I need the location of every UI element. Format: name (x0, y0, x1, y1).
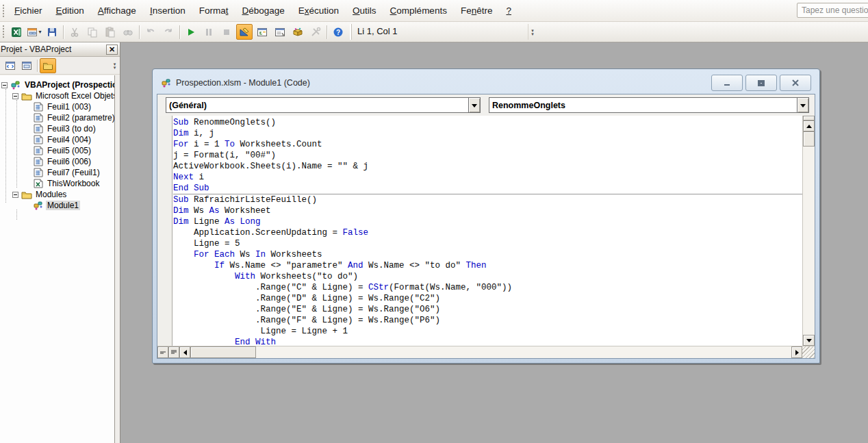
tree-item-feuil1-003[interactable]: Feuil1 (003) (33, 101, 92, 112)
menu-item-format[interactable]: Format (192, 3, 235, 18)
tree-item-module1[interactable]: Module1 (33, 200, 80, 211)
horizontal-scroll-thumb[interactable] (190, 346, 256, 358)
code-line[interactable]: Ligne = Ligne + 1 (173, 326, 802, 337)
code-line[interactable]: Dim Ligne As Long (173, 216, 802, 227)
code-line[interactable]: End With (173, 337, 802, 346)
tree-item-vbaproject-prospection[interactable]: VBAProject (Prospection (1, 79, 115, 90)
save-icon[interactable] (44, 24, 60, 40)
undo-icon[interactable] (142, 24, 159, 40)
tree-item-microsoft-excel-objets[interactable]: Microsoft Excel Objets (12, 90, 115, 101)
toolbar-drag-handle[interactable] (1, 3, 5, 18)
scroll-right-icon[interactable] (791, 346, 802, 358)
view-code-icon[interactable] (2, 58, 18, 73)
vertical-scroll-thumb[interactable] (803, 131, 815, 147)
run-icon[interactable] (183, 24, 199, 40)
tree-item-modules[interactable]: Modules (12, 189, 68, 200)
project-explorer-icon[interactable] (254, 24, 270, 40)
menu-item-outils[interactable]: Outils (346, 3, 383, 18)
close-icon[interactable]: ✕ (106, 45, 118, 55)
code-line[interactable]: Ligne = 5 (173, 238, 802, 249)
code-line[interactable]: Dim i, j (173, 128, 802, 139)
help-icon[interactable]: ? (330, 24, 346, 40)
project-panel-titlebar[interactable]: Projet - VBAProject ✕ (0, 42, 120, 57)
close-button[interactable] (780, 75, 811, 91)
tree-item-feuil5-005[interactable]: Feuil5 (005) (33, 145, 92, 156)
tree-item-feuil6-006[interactable]: Feuil6 (006) (33, 156, 92, 167)
pause-icon[interactable] (201, 24, 217, 40)
design-mode-icon[interactable] (236, 24, 253, 40)
question-search-input[interactable]: Tapez une question (797, 3, 868, 18)
horizontal-scroll-track[interactable] (256, 346, 791, 358)
panel-toolbar-overflow-button[interactable]: ▾▾ (111, 62, 118, 69)
menu-item-insertion[interactable]: Insertion (143, 3, 192, 18)
code-editor[interactable]: Sub RenommeOnglets()Dim i, jFor i = 1 To… (157, 116, 802, 346)
code-line[interactable]: For Each Ws In Worksheets (173, 249, 802, 260)
tree-item-thisworkbook[interactable]: ThisWorkbook (33, 178, 101, 189)
code-line[interactable]: For i = 1 To Worksheets.Count (173, 139, 802, 150)
menu-item-excution[interactable]: Exécution (292, 3, 346, 18)
insert-userform-icon[interactable]: ▾ (26, 24, 42, 40)
margin-indicator-bar[interactable] (157, 116, 173, 346)
chevron-down-icon[interactable] (797, 98, 808, 112)
menu-item-edition[interactable]: Edition (49, 3, 91, 18)
code-line[interactable]: j = Format(i, "00#") (173, 150, 802, 161)
tree-item-feuil4-004[interactable]: Feuil4 (004) (33, 134, 92, 145)
toolbox-icon[interactable] (307, 24, 324, 40)
code-line[interactable]: Next i (173, 172, 802, 183)
code-line[interactable]: .Range("E" & Ligne) = Ws.Range("O6") (173, 304, 802, 315)
scroll-left-icon[interactable] (179, 346, 190, 358)
code-line[interactable]: .Range("F" & Ligne) = Ws.Range("P6") (173, 315, 802, 326)
procedure-view-button[interactable] (157, 346, 168, 358)
vertical-scrollbar[interactable] (802, 116, 815, 346)
excel-icon[interactable] (8, 24, 25, 40)
collapse-icon[interactable] (1, 82, 8, 88)
toolbar-drag-handle[interactable] (1, 25, 5, 38)
toolbar-overflow-button[interactable]: ▾▾ (528, 24, 537, 40)
code-line[interactable]: Sub RenommeOnglets() (173, 117, 802, 128)
code-line[interactable]: Application.ScreenUpdating = False (173, 227, 802, 238)
object-dropdown[interactable]: (Général) (166, 97, 481, 113)
tree-item-feuil3-to-do[interactable]: Feuil3 (to do) (33, 123, 97, 134)
menu-item-fichier[interactable]: Fichier (8, 3, 49, 18)
code-line[interactable]: Dim Ws As Worksheet (173, 205, 802, 216)
cut-icon[interactable] (66, 24, 83, 40)
code-line[interactable]: ActiveWorkbook.Sheets(i).Name = "" & j (173, 161, 802, 172)
chevron-down-icon[interactable] (468, 98, 480, 112)
collapse-icon[interactable] (12, 93, 18, 99)
vba-editor: { "app": { "title": "Microsoft Visual Ba… (0, 0, 868, 443)
scroll-up-icon[interactable] (803, 121, 815, 131)
code-window-titlebar[interactable]: Prospection.xlsm - Module1 (Code) (157, 73, 815, 92)
menu-item-affichage[interactable]: Affichage (91, 3, 143, 18)
menu-item-complments[interactable]: Compléments (383, 3, 454, 18)
menu-item-dbogage[interactable]: Débogage (235, 3, 291, 18)
restore-button[interactable] (745, 75, 777, 91)
code-line[interactable]: Sub RafraichirListeFeuille() (173, 194, 802, 205)
copy-icon[interactable] (84, 24, 101, 40)
full-module-view-button[interactable] (168, 346, 179, 358)
resize-grip[interactable] (802, 346, 815, 358)
code-line[interactable]: .Range("C" & Ligne) = CStr(Format(Ws.Nam… (173, 282, 802, 293)
code-line[interactable]: End Sub (173, 183, 802, 194)
minimize-button[interactable] (711, 75, 743, 91)
find-icon[interactable] (120, 24, 136, 40)
stop-icon[interactable] (218, 24, 235, 40)
code-line[interactable]: If Ws.Name <> "parametre" And Ws.Name <>… (173, 260, 802, 271)
code-line[interactable]: .Range("D" & Ligne) = Ws.Range("C2") (173, 293, 802, 304)
vertical-scroll-track[interactable] (803, 147, 815, 335)
view-object-icon[interactable] (18, 58, 35, 73)
standard-toolbar: ▾? Li 1, Col 1 ▾▾ (0, 22, 868, 42)
menu-item-?[interactable]: ? (499, 3, 518, 18)
scroll-down-icon[interactable] (803, 335, 815, 346)
tree-item-feuil2-parametre[interactable]: Feuil2 (parametre) (33, 112, 115, 123)
code-line[interactable]: With Worksheets("to do") (173, 271, 802, 282)
paste-icon[interactable] (102, 24, 118, 40)
redo-icon[interactable] (160, 24, 177, 40)
properties-window-icon[interactable] (272, 24, 288, 40)
split-handle[interactable] (803, 116, 815, 121)
object-browser-icon[interactable] (290, 24, 306, 40)
procedure-dropdown[interactable]: RenommeOnglets (489, 97, 809, 113)
toggle-folders-icon[interactable] (40, 58, 56, 73)
collapse-icon[interactable] (12, 192, 18, 198)
tree-item-feuil7-feuil1[interactable]: Feuil7 (Feuil1) (33, 167, 101, 178)
menu-item-fentre[interactable]: Fenêtre (454, 3, 500, 18)
